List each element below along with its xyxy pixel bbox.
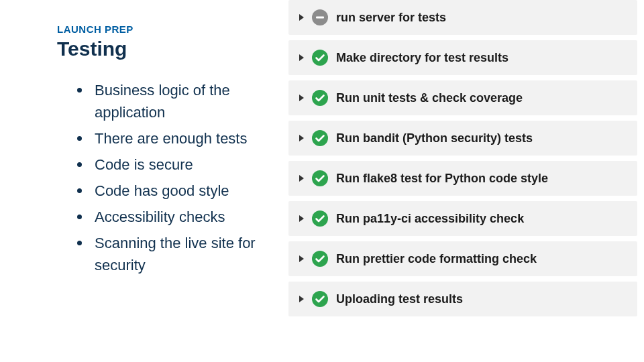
status-success-icon <box>312 170 328 186</box>
svg-point-6 <box>312 210 328 227</box>
svg-rect-1 <box>316 17 324 19</box>
bullet-list: Business logic of the application There … <box>57 79 275 276</box>
svg-point-2 <box>312 50 328 66</box>
bullet-item: Business logic of the application <box>77 79 275 123</box>
bullet-item: Code has good style <box>77 180 275 202</box>
chevron-right-icon <box>299 14 304 21</box>
ci-step-row[interactable]: Uploading test results <box>288 282 637 316</box>
ci-step-row[interactable]: Run unit tests & check coverage <box>288 80 637 115</box>
ci-step-label: Run bandit (Python security) tests <box>336 131 533 145</box>
status-success-icon <box>312 90 328 106</box>
ci-step-row[interactable]: Run bandit (Python security) tests <box>288 121 637 156</box>
left-column: LAUNCH PREP Testing Business logic of th… <box>0 0 288 362</box>
ci-step-label: Make directory for test results <box>336 51 508 65</box>
status-success-icon <box>312 50 328 66</box>
page-title: Testing <box>57 38 275 60</box>
chevron-right-icon <box>299 255 304 262</box>
bullet-item: Scanning the live site for security <box>77 232 275 276</box>
ci-step-label: Run prettier code formatting check <box>336 252 537 266</box>
ci-step-row[interactable]: Run pa11y-ci accessibility check <box>288 201 637 236</box>
ci-step-label: Run pa11y-ci accessibility check <box>336 212 524 226</box>
status-success-icon <box>312 130 328 146</box>
chevron-right-icon <box>299 215 304 222</box>
ci-step-row[interactable]: Make directory for test results <box>288 40 637 75</box>
svg-point-5 <box>312 170 328 186</box>
status-success-icon <box>312 251 328 267</box>
ci-step-label: Run flake8 test for Python code style <box>336 172 548 186</box>
chevron-right-icon <box>299 135 304 141</box>
slide: LAUNCH PREP Testing Business logic of th… <box>0 0 644 362</box>
svg-point-8 <box>312 291 328 307</box>
ci-step-label: Uploading test results <box>336 292 463 306</box>
ci-step-row[interactable]: Run flake8 test for Python code style <box>288 161 637 196</box>
svg-point-7 <box>312 251 328 267</box>
bullet-item: Accessibility checks <box>77 206 275 228</box>
svg-point-3 <box>312 90 328 106</box>
chevron-right-icon <box>299 95 304 101</box>
chevron-right-icon <box>299 54 304 61</box>
bullet-item: Code is secure <box>77 154 275 176</box>
svg-point-4 <box>312 130 328 146</box>
ci-steps-panel: run server for tests Make directory for … <box>288 0 644 362</box>
status-skipped-icon <box>312 9 328 25</box>
ci-step-row[interactable]: Run prettier code formatting check <box>288 241 637 276</box>
bullet-item: There are enough tests <box>77 127 275 149</box>
chevron-right-icon <box>299 175 304 182</box>
status-success-icon <box>312 291 328 307</box>
ci-step-row[interactable]: run server for tests <box>288 0 637 35</box>
status-success-icon <box>312 210 328 227</box>
chevron-right-icon <box>299 296 304 302</box>
eyebrow: LAUNCH PREP <box>57 23 275 35</box>
ci-step-label: Run unit tests & check coverage <box>336 91 523 105</box>
ci-step-label: run server for tests <box>336 11 446 25</box>
